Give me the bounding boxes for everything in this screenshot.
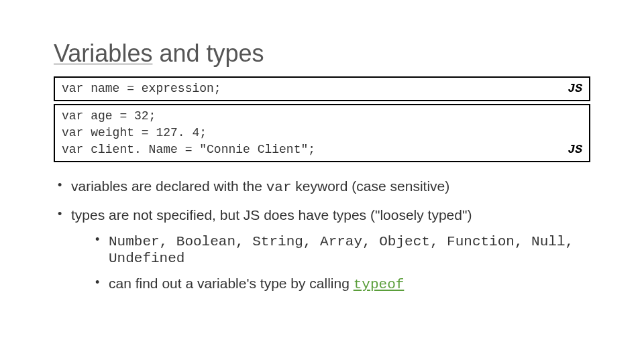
bullet-2: types are not specified, but JS does hav… — [71, 207, 590, 292]
typeof-pre: can find out a variable's type by callin… — [109, 276, 354, 291]
bullet-list: variables are declared with the var keyw… — [54, 178, 590, 292]
type-list: Number, Boolean, String, Array, Object, … — [109, 234, 574, 266]
title-underlined-word: Variables — [54, 40, 152, 67]
sub-bullet-typeof: can find out a variable's type by callin… — [109, 276, 590, 292]
syntax-code-box: var name = expression; JS — [54, 76, 590, 101]
example-line-1: var age = 32; — [62, 108, 582, 125]
slide: Variables and types var name = expressio… — [0, 0, 644, 362]
var-keyword: var — [266, 180, 292, 195]
js-badge: JS — [568, 80, 582, 97]
bullet-1: variables are declared with the var keyw… — [71, 178, 590, 195]
syntax-line: var name = expression; — [62, 80, 582, 97]
js-badge: JS — [568, 141, 582, 158]
bullet-2-text: types are not specified, but JS does hav… — [71, 207, 472, 223]
sub-bullet-list: Number, Boolean, String, Array, Object, … — [91, 233, 590, 292]
slide-title: Variables and types — [54, 40, 590, 67]
title-rest: and types — [152, 40, 264, 67]
example-line-2: var weight = 127. 4; — [62, 125, 582, 141]
example-code-box: var age = 32; var weight = 127. 4; var c… — [54, 104, 590, 163]
sub-bullet-types: Number, Boolean, String, Array, Object, … — [109, 233, 590, 266]
example-line-3: var client. Name = "Connie Client"; — [62, 141, 582, 158]
typeof-keyword: typeof — [354, 277, 405, 292]
bullet-1-post: keyword (case sensitive) — [291, 178, 449, 194]
bullet-1-pre: variables are declared with the — [71, 178, 266, 194]
